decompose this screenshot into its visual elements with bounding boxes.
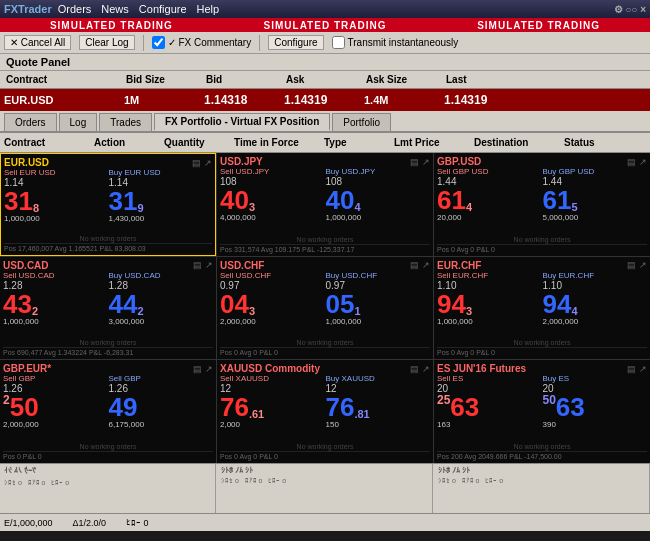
sell-big-price: 250 [3, 394, 108, 420]
buy-big-price: 76.81 [326, 394, 431, 420]
active-bid: 1.14318 [204, 93, 284, 107]
configure-button[interactable]: Configure [268, 35, 323, 50]
sell-big-price: 403 [220, 187, 325, 213]
price-area: Sell EUR.CHF 1.10 943 1,000,000 Buy EUR.… [437, 271, 647, 340]
quote-cell-XAUUSD-Commodity[interactable]: XAUUSD Commodity ▤ ↗ Sell XAUUSD 12 76.6… [217, 360, 433, 463]
toolbar-separator-2 [259, 35, 260, 51]
no-orders: No working orders [437, 236, 647, 243]
pair-name: USD.CHF [220, 260, 264, 271]
no-orders: No working orders [3, 339, 213, 346]
cancel-all-button[interactable]: ✕ Cancel All [4, 35, 71, 50]
pair-name: GBP.EUR* [3, 363, 51, 374]
no-orders: No working orders [437, 443, 647, 450]
quote-table-header: Contract Bid Size Bid Ask Ask Size Last [0, 71, 650, 89]
buy-side[interactable]: Buy USD.CHF 0.97 051 1,000,000 [326, 271, 431, 340]
cell-icons: ▤ ↗ [627, 157, 647, 167]
orders-col-status: Status [564, 137, 634, 148]
orders-col-action: Action [94, 137, 164, 148]
buy-big-price: 944 [543, 291, 648, 317]
active-quote-row[interactable]: EUR.USD 1M 1.14318 1.14319 1.4M 1.14319 [0, 89, 650, 111]
buy-label: Buy XAUUSD [326, 374, 431, 383]
quote-grid-area: EUR.USD ▤ ↗ Sell EUR USD 1.14 318 1,000,… [0, 153, 650, 463]
cell-header: USD.CAD ▤ ↗ [3, 260, 213, 271]
active-last: 1.14319 [444, 93, 524, 107]
sell-big-price: 318 [4, 188, 108, 214]
menu-help[interactable]: Help [197, 3, 220, 15]
buy-side[interactable]: Buy GBP USD 1.44 615 5,000,000 [543, 167, 648, 236]
position-info: Pos 0 P&L 0 [3, 451, 213, 460]
sell-side[interactable]: Sell ES 20 2563 163 [437, 374, 542, 443]
sell-side[interactable]: Sell XAUUSD 12 76.61 2,000 [220, 374, 325, 443]
orders-col-quantity: Quantity [164, 137, 234, 148]
cell-header: XAUUSD Commodity ▤ ↗ [220, 363, 430, 374]
status-item-1: E/1,000,000 [4, 518, 53, 528]
clear-log-button[interactable]: Clear Log [79, 35, 134, 50]
sell-side[interactable]: Sell EUR USD 1.14 318 1,000,000 [4, 168, 108, 235]
position-info: Pos 0 Avg 0 P&L 0 [437, 347, 647, 356]
cell-header: USD.JPY ▤ ↗ [220, 156, 430, 167]
buy-big-price: 051 [326, 291, 431, 317]
tab-trades[interactable]: Trades [99, 113, 152, 131]
pair-name: ES JUN'16 Futures [437, 363, 526, 374]
col-ask-size: Ask Size [364, 74, 444, 85]
title-bar: FXTrader Orders News Configure Help ⚙ ○○… [0, 0, 650, 18]
sell-big-price: 614 [437, 187, 542, 213]
orders-col-contract: Contract [4, 137, 94, 148]
window-controls[interactable]: ⚙ ○○ × [614, 4, 646, 15]
col-contract: Contract [4, 74, 124, 85]
fx-commentary-checkbox[interactable] [152, 36, 165, 49]
tab-fx-portfolio[interactable]: FX Portfolio - Virtual FX Position [154, 113, 330, 131]
cell-icons: ▤ ↗ [410, 260, 430, 270]
sell-side[interactable]: Sell EUR.CHF 1.10 943 1,000,000 [437, 271, 542, 340]
cell-header: GBP.USD ▤ ↗ [437, 156, 647, 167]
buy-side[interactable]: Buy XAUUSD 12 76.81 150 [326, 374, 431, 443]
bottom-cell-3-header: ｼﾄﾎ ﾉﾑ ｼﾄ [438, 466, 645, 475]
quote-cell-USDCAD[interactable]: USD.CAD ▤ ↗ Sell USD.CAD 1.28 432 1,000,… [0, 257, 216, 360]
menu-bar[interactable]: Orders News Configure Help [58, 3, 219, 15]
pair-name: XAUUSD Commodity [220, 363, 320, 374]
bottom-cell-1-header: ﾂｰｸ ﾉﾑ ｼﾄ [4, 466, 36, 475]
transmit-check[interactable]: Transmit instantaneously [332, 36, 459, 49]
active-ask-size: 1.4M [364, 94, 444, 106]
pair-name: USD.CAD [3, 260, 49, 271]
quote-cell-EURCHF[interactable]: EUR.CHF ▤ ↗ Sell EUR.CHF 1.10 943 1,000,… [434, 257, 650, 360]
sell-side[interactable]: Sell USD.CAD 1.28 432 1,000,000 [3, 271, 108, 340]
buy-side[interactable]: Buy USD.JPY 108 404 1,000,000 [326, 167, 431, 236]
orders-col-time-in-force: Time in Force [234, 137, 324, 148]
sell-side[interactable]: Sell USD.CHF 0.97 043 2,000,000 [220, 271, 325, 340]
transmit-checkbox[interactable] [332, 36, 345, 49]
buy-side[interactable]: Buy EUR USD 1.14 319 1,430,000 [109, 168, 213, 235]
quote-cell-ES-JUN16-Futures[interactable]: ES JUN'16 Futures ▤ ↗ Sell ES 20 2563 16… [434, 360, 650, 463]
fx-commentary-check[interactable]: ✓ FX Commentary [152, 36, 252, 49]
orders-col-lmt-price: Lmt Price [394, 137, 474, 148]
position-info: Pos 0 Avg 0 P&L 0 [220, 451, 430, 460]
app-name: FXTrader [4, 3, 52, 15]
buy-side[interactable]: Sell GBP 1.26 49 6,175,000 [109, 374, 214, 443]
quote-cell-EURUSD[interactable]: EUR.USD ▤ ↗ Sell EUR USD 1.14 318 1,000,… [0, 153, 216, 256]
buy-side[interactable]: Buy ES 20 5063 390 [543, 374, 648, 443]
price-area: Sell USD.JPY 108 403 4,000,000 Buy USD.J… [220, 167, 430, 236]
cell-icons: ▤ ↗ [192, 158, 212, 168]
tab-portfolio[interactable]: Portfolio [332, 113, 391, 131]
quote-cell-GBPEUR*[interactable]: GBP.EUR* ▤ ↗ Sell GBP 1.26 250 2,000,000… [0, 360, 216, 463]
quote-cell-USDCHF[interactable]: USD.CHF ▤ ↗ Sell USD.CHF 0.97 043 2,000,… [217, 257, 433, 360]
sell-side[interactable]: Sell GBP USD 1.44 614 20,000 [437, 167, 542, 236]
quote-cell-USDJPY[interactable]: USD.JPY ▤ ↗ Sell USD.JPY 108 403 4,000,0… [217, 153, 433, 256]
orders-col-destination: Destination [474, 137, 564, 148]
tab-orders[interactable]: Orders [4, 113, 57, 131]
menu-news[interactable]: News [101, 3, 129, 15]
menu-configure[interactable]: Configure [139, 3, 187, 15]
tab-log[interactable]: Log [59, 113, 98, 131]
cell-icons: ▤ ↗ [627, 364, 647, 374]
menu-orders[interactable]: Orders [58, 3, 92, 15]
col-ask: Ask [284, 74, 364, 85]
buy-side[interactable]: Buy EUR.CHF 1.10 944 2,000,000 [543, 271, 648, 340]
sell-side[interactable]: Sell GBP 1.26 250 2,000,000 [3, 374, 108, 443]
sell-side[interactable]: Sell USD.JPY 108 403 4,000,000 [220, 167, 325, 236]
cell-header: USD.CHF ▤ ↗ [220, 260, 430, 271]
status-item-3: ﾋﾛｰ 0 [126, 518, 149, 528]
buy-label: Buy USD.CHF [326, 271, 431, 280]
buy-side[interactable]: Buy USD.CAD 1.28 442 3,000,000 [109, 271, 214, 340]
quote-cell-GBPUSD[interactable]: GBP.USD ▤ ↗ Sell GBP USD 1.44 614 20,000… [434, 153, 650, 256]
sell-big-price: 043 [220, 291, 325, 317]
